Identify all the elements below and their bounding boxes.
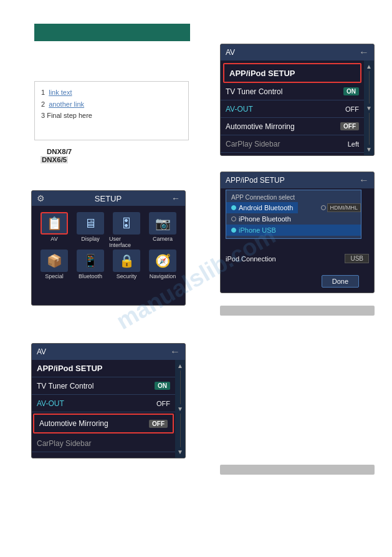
navigation-icon: 🧭 bbox=[155, 253, 171, 268]
ipod-connection-row[interactable]: iPod Connection USB bbox=[221, 251, 374, 266]
app-ipod-setup-row-bottom[interactable]: APP/iPod SETUP bbox=[32, 360, 175, 377]
automotive-mirroring-row[interactable]: Automotive Mirroring OFF bbox=[221, 118, 364, 135]
app-ipod-setup-label-bottom: APP/iPod SETUP bbox=[37, 364, 102, 373]
carplay-sidebar-row-bottom[interactable]: CarPlay Sidebar bbox=[32, 435, 175, 452]
bluetooth-label: Bluetooth bbox=[79, 273, 102, 279]
iphone-usb-label: iPhone USB bbox=[239, 226, 276, 234]
security-icon-box[interactable]: 🔒 bbox=[113, 249, 140, 272]
android-bluetooth-option[interactable]: Android Bluetooth bbox=[226, 202, 298, 213]
setup-icon-bluetooth[interactable]: 📱 Bluetooth bbox=[73, 249, 108, 279]
setup-icon-navigation[interactable]: 🧭 Navigation bbox=[145, 249, 180, 279]
userinterface-label: User Interface bbox=[109, 236, 144, 248]
navigation-label: Navigation bbox=[150, 273, 176, 279]
instruction-line2: 2 another link bbox=[41, 99, 182, 110]
automotive-mirroring-row-bottom[interactable]: Automotive Mirroring OFF bbox=[34, 415, 173, 432]
setup-icon-camera[interactable]: 📷 Camera bbox=[145, 212, 180, 248]
av-screen-top: AV ← APP/iPod SETUP TV Tuner Control ON … bbox=[220, 44, 375, 156]
setup-back-button[interactable]: ← bbox=[171, 193, 180, 203]
done-button[interactable]: Done bbox=[322, 275, 359, 288]
display-icon: 🖥 bbox=[84, 216, 97, 231]
model-label-1: DNX8/7 bbox=[47, 148, 72, 155]
setup-icon-userinterface[interactable]: 🎛 User Interface bbox=[109, 212, 144, 248]
hdmi-mhl-option[interactable]: HDMI/MHL bbox=[321, 203, 361, 212]
av-icon-box[interactable]: 📋 bbox=[41, 212, 68, 235]
app-ipod-setup-label: APP/iPod SETUP bbox=[229, 69, 295, 78]
header-bar bbox=[34, 24, 190, 41]
bluetooth-icon-box[interactable]: 📱 bbox=[77, 249, 104, 272]
setup-icon-special[interactable]: 📦 Special bbox=[37, 249, 72, 279]
scroll-down-arrow-bottom[interactable]: ▼ bbox=[177, 405, 183, 412]
instruction-link1[interactable]: link text bbox=[49, 89, 72, 96]
setup-title: SETUP bbox=[95, 194, 122, 203]
av-out-row[interactable]: AV-OUT OFF bbox=[221, 100, 364, 118]
setup-icon-display[interactable]: 🖥 Display bbox=[73, 212, 108, 248]
av-out-label-bottom: AV-OUT bbox=[37, 399, 64, 408]
automotive-mirroring-toggle[interactable]: OFF bbox=[340, 122, 359, 130]
connection-select-box: APP Connection select Android Bluetooth … bbox=[226, 190, 361, 239]
av-icon: 📋 bbox=[47, 216, 62, 231]
scroll-indicators-bottom: ▲ ▼ ▼ bbox=[175, 360, 185, 458]
connection-select-title: APP Connection select bbox=[226, 193, 361, 202]
setup-icon-security[interactable]: 🔒 Security bbox=[109, 249, 144, 279]
automotive-mirroring-toggle-bottom[interactable]: OFF bbox=[149, 420, 168, 428]
instruction-line1: 1 link text bbox=[41, 87, 182, 99]
automotive-mirroring-label: Automotive Mirroring bbox=[226, 122, 295, 131]
scroll-down-arrow[interactable]: ▼ bbox=[366, 105, 372, 112]
display-label: Display bbox=[81, 236, 100, 242]
scroll-down2-arrow[interactable]: ▼ bbox=[366, 146, 372, 153]
setup-titlebar: ⚙ SETUP ← bbox=[32, 191, 185, 206]
section-divider-1 bbox=[220, 306, 375, 316]
iphone-usb-radio[interactable] bbox=[231, 228, 236, 233]
security-label: Security bbox=[117, 273, 137, 279]
scroll-down2-arrow-bottom[interactable]: ▼ bbox=[177, 448, 183, 455]
ipod-connection-value: USB bbox=[345, 254, 369, 263]
android-bt-label: Android Bluetooth bbox=[239, 204, 293, 211]
iphone-usb-option[interactable]: iPhone USB bbox=[226, 225, 361, 236]
av-out-value-bottom: OFF bbox=[156, 400, 170, 407]
app-ipod-setup-row[interactable]: APP/iPod SETUP bbox=[224, 64, 360, 82]
special-icon-box[interactable]: 📦 bbox=[41, 249, 68, 272]
userinterface-icon-box[interactable]: 🎛 bbox=[113, 212, 140, 235]
setup-icon-av[interactable]: 📋 AV bbox=[37, 212, 72, 248]
iphone-bt-radio[interactable] bbox=[231, 216, 236, 221]
iphone-bt-label: iPhone Bluetooth bbox=[239, 215, 291, 223]
scroll-up-arrow-bottom[interactable]: ▲ bbox=[177, 362, 183, 369]
av-top-back-button[interactable]: ← bbox=[359, 47, 369, 58]
carplay-left-value: Left bbox=[348, 140, 359, 148]
display-icon-box[interactable]: 🖥 bbox=[77, 212, 104, 235]
av-out-row-bottom[interactable]: AV-OUT OFF bbox=[32, 395, 175, 412]
tv-tuner-row[interactable]: TV Tuner Control ON bbox=[221, 83, 364, 100]
tv-tuner-toggle-bottom[interactable]: ON bbox=[155, 382, 170, 390]
av-bottom-titlebar: AV ← bbox=[32, 344, 185, 360]
security-icon: 🔒 bbox=[119, 253, 135, 268]
ipod-connection-label: iPod Connection bbox=[226, 255, 276, 263]
hdmi-radio[interactable] bbox=[321, 205, 326, 210]
carplay-sidebar-row[interactable]: CarPlay Sidebar Left bbox=[221, 135, 364, 153]
av-bottom-title: AV bbox=[37, 347, 46, 356]
av-top-titlebar: AV ← bbox=[221, 44, 374, 61]
app-screen-right: APP/iPod SETUP ← APP Connection select A… bbox=[220, 172, 375, 293]
userinterface-icon: 🎛 bbox=[120, 216, 133, 231]
scroll-up-arrow[interactable]: ▲ bbox=[366, 63, 372, 70]
scroll-indicators-top: ▲ ▼ ▼ bbox=[364, 61, 374, 155]
iphone-bluetooth-option[interactable]: iPhone Bluetooth bbox=[226, 213, 361, 225]
android-bt-radio[interactable] bbox=[231, 205, 236, 210]
tv-tuner-row-bottom[interactable]: TV Tuner Control ON bbox=[32, 377, 175, 395]
tv-tuner-label: TV Tuner Control bbox=[226, 87, 282, 96]
tv-tuner-toggle[interactable]: ON bbox=[343, 87, 359, 95]
app-screen-back-button[interactable]: ← bbox=[359, 175, 369, 186]
av-out-label: AV-OUT bbox=[226, 105, 253, 114]
bluetooth-icon: 📱 bbox=[83, 253, 98, 268]
av-bottom-back-button[interactable]: ← bbox=[170, 346, 180, 357]
hdmi-mhl-badge: HDMI/MHL bbox=[327, 203, 361, 212]
av-label: AV bbox=[50, 236, 57, 242]
camera-icon-box[interactable]: 📷 bbox=[149, 212, 176, 235]
navigation-icon-box[interactable]: 🧭 bbox=[149, 249, 176, 272]
instruction-link2[interactable]: another link bbox=[49, 100, 84, 108]
carplay-sidebar-label: CarPlay Sidebar bbox=[226, 140, 280, 148]
setup-icons-grid: 📋 AV 🖥 Display 🎛 User Interface 📷 Camera… bbox=[32, 208, 185, 283]
av-top-title: AV bbox=[226, 48, 235, 57]
camera-label: Camera bbox=[153, 236, 173, 242]
tv-tuner-label-bottom: TV Tuner Control bbox=[37, 382, 93, 390]
app-screen-titlebar: APP/iPod SETUP ← bbox=[221, 172, 374, 188]
